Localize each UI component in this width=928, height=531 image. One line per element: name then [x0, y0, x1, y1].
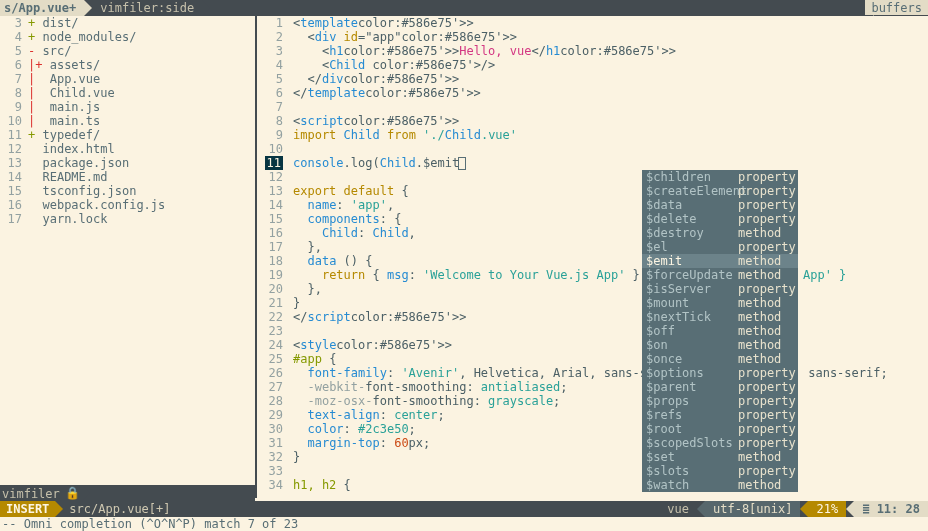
filer-item[interactable]: |+ assets/: [28, 58, 251, 72]
editor-pane[interactable]: 1234567891011121314151617181920212223242…: [257, 16, 928, 498]
code-line[interactable]: <Child color:#586e75'>/>: [293, 58, 928, 72]
completion-item[interactable]: $scopedSlotsproperty: [642, 436, 798, 450]
command-line: -- Omni completion (^O^N^P) match 7 of 2…: [0, 517, 928, 531]
completion-item[interactable]: $setmethod: [642, 450, 798, 464]
code-line[interactable]: import Child from './Child.vue': [293, 128, 928, 142]
code-line[interactable]: name: 'app',: [293, 198, 928, 212]
completion-item[interactable]: $dataproperty: [642, 198, 798, 212]
code-line[interactable]: components: {: [293, 212, 928, 226]
tab-arrow-icon: [202, 0, 210, 16]
completion-item[interactable]: $watchmethod: [642, 478, 798, 492]
code-line[interactable]: [293, 100, 928, 114]
mode-indicator: INSERT: [0, 501, 55, 517]
completion-item[interactable]: $refsproperty: [642, 408, 798, 422]
code-line[interactable]: </divcolor:#586e75'>>: [293, 72, 928, 86]
code-line[interactable]: -webkit-font-smoothing: antialiased;: [293, 380, 928, 394]
completion-item[interactable]: $propsproperty: [642, 394, 798, 408]
editor-body[interactable]: <templatecolor:#586e75'>> <div id="app"c…: [293, 16, 928, 498]
code-line[interactable]: [293, 170, 928, 184]
text-cursor: [458, 157, 466, 170]
code-line[interactable]: [293, 142, 928, 156]
completion-item[interactable]: $nextTickmethod: [642, 310, 798, 324]
completion-item[interactable]: $childrenproperty: [642, 170, 798, 184]
code-line[interactable]: text-align: center;: [293, 408, 928, 422]
filer-status-name: vimfiler: [0, 486, 64, 501]
code-fragment: sans-serif;: [801, 366, 888, 380]
completion-item[interactable]: $forceUpdatemethod: [642, 268, 798, 282]
completion-item[interactable]: $destroymethod: [642, 226, 798, 240]
filer-item[interactable]: package.json: [28, 156, 251, 170]
completion-popup[interactable]: $childrenproperty$createElementproperty$…: [642, 170, 798, 492]
code-line[interactable]: margin-top: 60px;: [293, 436, 928, 450]
filer-item[interactable]: webpack.config.js: [28, 198, 251, 212]
tab-vimfiler[interactable]: vimfiler:side: [92, 0, 202, 16]
completion-item[interactable]: $emitmethod: [642, 254, 798, 268]
code-line[interactable]: Child: Child,: [293, 226, 928, 240]
code-line[interactable]: data () {: [293, 254, 928, 268]
filer-item[interactable]: | main.js: [28, 100, 251, 114]
code-line[interactable]: console.log(Child.$emit: [293, 156, 928, 170]
filer-item[interactable]: | main.ts: [28, 114, 251, 128]
code-line[interactable]: <stylecolor:#586e75'>>: [293, 338, 928, 352]
filer-item[interactable]: README.md: [28, 170, 251, 184]
completion-item[interactable]: $offmethod: [642, 324, 798, 338]
code-line[interactable]: [293, 464, 928, 478]
filer-item[interactable]: index.html: [28, 142, 251, 156]
file-explorer[interactable]: 34567891011121314151617 + dist/+ node_mo…: [0, 16, 255, 498]
filer-item[interactable]: - src/: [28, 44, 251, 58]
completion-item[interactable]: $createElementproperty: [642, 184, 798, 198]
code-line[interactable]: }: [293, 450, 928, 464]
completion-item[interactable]: $elproperty: [642, 240, 798, 254]
code-line[interactable]: },: [293, 240, 928, 254]
filer-item[interactable]: | Child.vue: [28, 86, 251, 100]
status-arrow-icon: [82, 485, 90, 501]
completion-item[interactable]: $mountmethod: [642, 296, 798, 310]
code-fragment: App' }: [803, 268, 846, 282]
code-line[interactable]: color: #2c3e50;: [293, 422, 928, 436]
code-line[interactable]: },: [293, 282, 928, 296]
completion-item[interactable]: $parentproperty: [642, 380, 798, 394]
lock-icon: 🔒: [64, 486, 82, 500]
filer-item[interactable]: | App.vue: [28, 72, 251, 86]
completion-item[interactable]: $onmethod: [642, 338, 798, 352]
completion-item[interactable]: $rootproperty: [642, 422, 798, 436]
status-bar: INSERT src/App.vue[+] vue utf-8[unix] 21…: [0, 501, 928, 517]
filer-item[interactable]: yarn.lock: [28, 212, 251, 226]
editor-gutter: 1234567891011121314151617181920212223242…: [257, 16, 293, 498]
code-line[interactable]: #app {: [293, 352, 928, 366]
code-line[interactable]: export default {: [293, 184, 928, 198]
completion-item[interactable]: $oncemethod: [642, 352, 798, 366]
code-line[interactable]: -moz-osx-font-smoothing: grayscale;: [293, 394, 928, 408]
code-line[interactable]: <templatecolor:#586e75'>>: [293, 16, 928, 30]
status-encoding: utf-8[unix]: [705, 501, 800, 517]
tab-arrow-icon: [84, 0, 92, 16]
tab-bar: s/App.vue+ vimfiler:side buffers: [0, 0, 928, 16]
status-percent: 21%: [808, 501, 846, 517]
filer-item[interactable]: tsconfig.json: [28, 184, 251, 198]
completion-item[interactable]: $optionsproperty: [642, 366, 798, 380]
code-line[interactable]: <scriptcolor:#586e75'>>: [293, 114, 928, 128]
status-sep-icon: [846, 501, 854, 517]
completion-item[interactable]: $isServerproperty: [642, 282, 798, 296]
mode-arrow-icon: [55, 501, 63, 517]
code-line[interactable]: </templatecolor:#586e75'>>: [293, 86, 928, 100]
tab-active[interactable]: s/App.vue+: [0, 0, 84, 16]
filer-item[interactable]: + typedef/: [28, 128, 251, 142]
code-line[interactable]: h1, h2 {: [293, 478, 928, 492]
filer-body[interactable]: + dist/+ node_modules/- src/|+ assets/| …: [28, 16, 255, 498]
filer-item[interactable]: + node_modules/: [28, 30, 251, 44]
code-line[interactable]: }: [293, 296, 928, 310]
status-position: ≣ 11: 28: [854, 501, 928, 517]
completion-item[interactable]: $slotsproperty: [642, 464, 798, 478]
status-sep-icon: [800, 501, 808, 517]
code-line[interactable]: <div id="app"color:#586e75'>>: [293, 30, 928, 44]
code-line[interactable]: [293, 324, 928, 338]
filer-item[interactable]: + dist/: [28, 16, 251, 30]
completion-item[interactable]: $deleteproperty: [642, 212, 798, 226]
code-line[interactable]: <h1color:#586e75'>>Hello, vue</h1color:#…: [293, 44, 928, 58]
code-line[interactable]: </scriptcolor:#586e75'>>: [293, 310, 928, 324]
status-filetype: vue: [659, 501, 697, 517]
status-filename: src/App.vue[+]: [63, 501, 170, 517]
buffers-button[interactable]: buffers: [865, 0, 928, 15]
filer-gutter: 34567891011121314151617: [0, 16, 28, 498]
